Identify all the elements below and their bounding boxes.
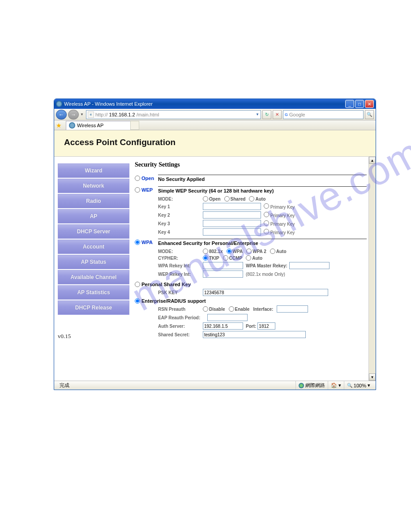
section-heading: Security Settings bbox=[135, 161, 367, 168]
url-dropdown-icon[interactable]: ▼ bbox=[256, 112, 259, 116]
interface-input[interactable] bbox=[277, 305, 308, 313]
protected-mode-cell[interactable]: 🏠 ▾ bbox=[328, 381, 344, 390]
google-icon: G bbox=[285, 112, 288, 117]
url-path: /main.html bbox=[137, 112, 159, 117]
wpa-mode-wpa-radio[interactable] bbox=[227, 249, 232, 254]
auth-port-input[interactable] bbox=[257, 322, 275, 330]
address-bar[interactable]: e http://192.168.1.2/main.html ▼ bbox=[86, 110, 261, 119]
wep-mode-open-text: Open bbox=[209, 197, 221, 202]
security-wep-radio[interactable] bbox=[135, 187, 140, 193]
wep-key1-primary-radio[interactable] bbox=[264, 203, 269, 209]
back-button[interactable]: ← bbox=[56, 110, 67, 120]
minimize-button[interactable]: _ bbox=[345, 100, 354, 108]
stop-button[interactable]: ✕ bbox=[273, 110, 282, 119]
sidebar-item-dhcp-server[interactable]: DHCP Server bbox=[58, 224, 129, 239]
zoom-icon: 🔍 bbox=[347, 383, 352, 388]
sidebar-item-radio[interactable]: Radio bbox=[58, 194, 129, 208]
close-button[interactable]: ✕ bbox=[365, 100, 374, 108]
eap-reauth-input[interactable] bbox=[207, 314, 248, 321]
wep-mode-shared-radio[interactable] bbox=[224, 196, 230, 202]
wpa-mode-auto-text: Auto bbox=[276, 249, 287, 254]
history-dropdown-icon[interactable]: ▼ bbox=[80, 112, 85, 116]
sidebar-item-dhcp-release[interactable]: DHCP Release bbox=[58, 300, 129, 315]
cypher-tkip-radio[interactable] bbox=[203, 255, 208, 261]
cypher-ccmp-radio[interactable] bbox=[223, 255, 228, 261]
wpa-rekey-label: WPA Rekey Int: bbox=[158, 263, 203, 268]
wep-mode-shared-text: Shared bbox=[231, 197, 246, 202]
psk-key-input[interactable] bbox=[203, 289, 328, 296]
scroll-down-icon[interactable]: ▼ bbox=[369, 373, 376, 381]
enterprise-radio[interactable] bbox=[135, 298, 140, 304]
wep-mode-label: MODE: bbox=[158, 197, 203, 202]
sidebar-item-wizard[interactable]: Wizard bbox=[58, 163, 129, 178]
wep-mode-auto-text: Auto bbox=[255, 197, 265, 202]
wep-key3-input[interactable] bbox=[203, 220, 261, 227]
search-go-button[interactable]: 🔍 bbox=[365, 110, 374, 119]
wpa-mode-8021x-text: 802.1x bbox=[209, 249, 223, 254]
sidebar-item-available-channel[interactable]: Available Channel bbox=[58, 270, 129, 284]
security-wpa-radio[interactable] bbox=[135, 240, 140, 245]
enterprise-label: Enterprise/RADIUS support bbox=[141, 298, 206, 304]
new-tab-button[interactable] bbox=[130, 121, 139, 130]
shared-secret-input[interactable] bbox=[203, 331, 306, 338]
wpa-title: Enhanced Security for Personal/Enterpris… bbox=[158, 240, 367, 246]
maximize-button[interactable]: □ bbox=[355, 100, 364, 108]
rsn-disable-text: Disable bbox=[209, 307, 225, 312]
wpa-mode-wpa-text: WPA bbox=[233, 249, 243, 254]
wep-rekey-input[interactable] bbox=[203, 270, 243, 278]
browser-tab[interactable]: Wireless AP bbox=[66, 121, 131, 130]
favorites-icon[interactable]: ★ bbox=[56, 122, 63, 129]
forward-button[interactable]: → bbox=[68, 110, 79, 120]
zoom-cell[interactable]: 🔍 100% ▾ bbox=[344, 381, 373, 390]
wpa-master-rekey-label: WPA Master Rekey: bbox=[246, 263, 287, 268]
rsn-disable-radio[interactable] bbox=[203, 306, 208, 312]
rsn-enable-radio[interactable] bbox=[229, 306, 234, 312]
sidebar-nav: Wizard Network Radio AP DHCP Server Acco… bbox=[54, 157, 133, 381]
url-prefix: http:// bbox=[95, 112, 108, 117]
tab-bar: ★ Wireless AP bbox=[54, 120, 376, 130]
wep-key3-label: Key 3 bbox=[158, 221, 203, 226]
wep-key2-input[interactable] bbox=[203, 211, 261, 219]
wpa-master-rekey-input[interactable] bbox=[289, 262, 330, 269]
auth-server-label: Auth Server: bbox=[158, 324, 203, 329]
shield-icon: 🏠 bbox=[331, 382, 337, 388]
wpa-mode-auto-radio[interactable] bbox=[270, 249, 275, 254]
sidebar-item-ap[interactable]: AP bbox=[58, 209, 129, 223]
refresh-button[interactable]: ↻ bbox=[262, 110, 271, 119]
wpa-mode-8021x-radio[interactable] bbox=[203, 249, 208, 254]
page-header-banner: Access Point Configuration bbox=[54, 130, 376, 157]
globe-icon bbox=[299, 383, 304, 388]
wep-mode-open-radio[interactable] bbox=[203, 196, 208, 202]
shared-secret-label: Shared Secret: bbox=[158, 332, 203, 337]
search-bar[interactable]: G Google bbox=[283, 110, 364, 119]
ie-icon bbox=[56, 101, 62, 107]
vertical-scrollbar[interactable]: ▲ ▼ bbox=[368, 157, 376, 381]
wep-key3-primary-radio[interactable] bbox=[264, 220, 269, 226]
wpa-mode-wpa2-radio[interactable] bbox=[246, 249, 252, 254]
security-open-radio[interactable] bbox=[135, 176, 140, 181]
wep-key1-input[interactable] bbox=[203, 203, 261, 210]
wpa-rekey-input[interactable] bbox=[203, 262, 243, 269]
sidebar-item-account[interactable]: Account bbox=[58, 240, 129, 254]
settings-panel: Security Settings Open No Security Appli… bbox=[133, 157, 376, 381]
psk-radio[interactable] bbox=[135, 282, 140, 287]
cypher-tkip-text: TKIP bbox=[209, 256, 219, 261]
wep-key4-primary-radio[interactable] bbox=[264, 229, 269, 234]
wep-mode-auto-radio[interactable] bbox=[249, 196, 254, 202]
sidebar-item-ap-status[interactable]: AP Status bbox=[58, 255, 129, 269]
sidebar-item-ap-statistics[interactable]: AP Statistics bbox=[58, 285, 129, 300]
sidebar-item-network[interactable]: Network bbox=[58, 179, 129, 193]
scroll-up-icon[interactable]: ▲ bbox=[369, 157, 376, 164]
interface-label: Interface: bbox=[253, 307, 273, 312]
open-label: Open bbox=[141, 176, 154, 181]
psk-key-label: PSK KEY bbox=[158, 290, 203, 295]
window-title: Wireless AP - Windows Internet Explorer bbox=[64, 101, 345, 107]
cypher-auto-text: Auto bbox=[252, 256, 262, 261]
cypher-ccmp-text: CCMP bbox=[229, 256, 242, 261]
cypher-auto-radio[interactable] bbox=[246, 255, 251, 261]
nav-toolbar: ← → ▼ e http://192.168.1.2/main.html ▼ ↻… bbox=[54, 109, 376, 120]
page-icon: e bbox=[88, 112, 94, 118]
auth-server-input[interactable] bbox=[203, 322, 243, 330]
wep-key2-primary-radio[interactable] bbox=[264, 212, 269, 217]
wep-key4-input[interactable] bbox=[203, 228, 261, 236]
